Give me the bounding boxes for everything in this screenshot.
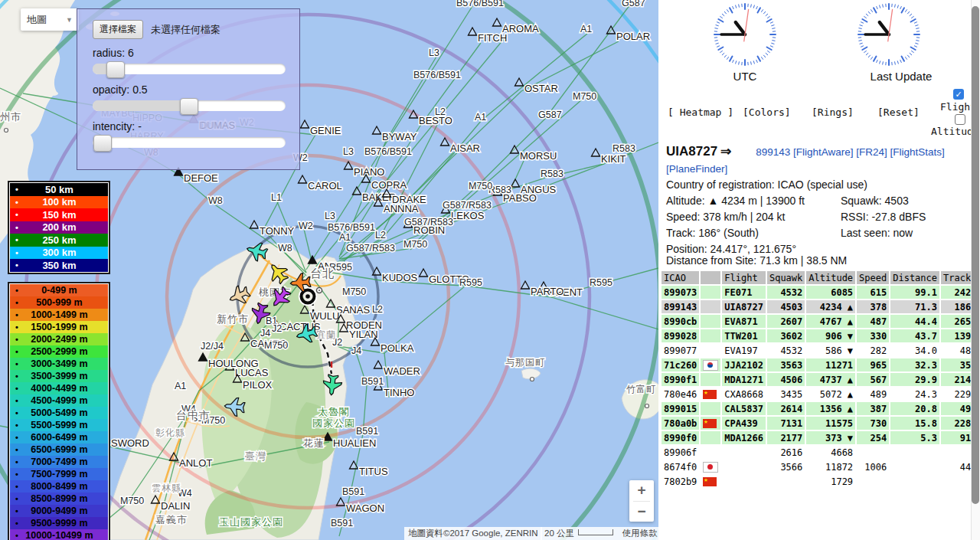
waypoint-b591: B591 bbox=[356, 426, 378, 437]
table-row-780a0b[interactable]: 780a0bCPA43971311157573015.8228996 bbox=[662, 417, 980, 430]
rings-button[interactable]: [Rings] bbox=[812, 106, 854, 118]
legend-row: •5500-5999 m bbox=[10, 419, 108, 431]
table-cell: 1006 bbox=[857, 460, 889, 473]
table-cell: 4532 bbox=[767, 286, 805, 299]
waypoint-label: SANAS bbox=[336, 304, 370, 316]
clock-tick bbox=[895, 5, 896, 7]
zoom-in-button[interactable]: + bbox=[629, 480, 654, 501]
flight-external-links[interactable]: 899143 [FlightAware] [FR24] [FlightStats… bbox=[756, 146, 945, 158]
legend-row: •0-499 m bbox=[10, 284, 108, 296]
table-row-899077[interactable]: 899077EVA1974532586 ▼28234.0481356 bbox=[662, 344, 980, 357]
clock-tick bbox=[756, 60, 757, 62]
route-label: L3 bbox=[325, 211, 335, 221]
reset-button[interactable]: [Reset] bbox=[877, 106, 920, 118]
waypoint-label: WAGON bbox=[346, 502, 384, 514]
clock-hand bbox=[744, 9, 749, 41]
route-label: B591 bbox=[361, 376, 384, 387]
route-label: M750 bbox=[264, 340, 288, 351]
choose-file-button[interactable]: 選擇檔案 bbox=[93, 20, 143, 39]
table-cell bbox=[701, 315, 720, 328]
heatmap-button[interactable]: [ Heatmap ] bbox=[668, 106, 733, 118]
clock-tick bbox=[739, 62, 740, 64]
table-cell: 8674f0 bbox=[662, 460, 699, 473]
table-row-899015[interactable]: 899015CAL583726141356 ▲38720.84941 bbox=[662, 402, 980, 415]
table-header-squawk[interactable]: Squawk bbox=[767, 271, 805, 284]
city-dot bbox=[5, 129, 8, 133]
legend-row: •10000-10499 m bbox=[10, 529, 108, 540]
table-header-altitude[interactable]: Altitude bbox=[806, 271, 855, 284]
opacity-slider[interactable] bbox=[93, 100, 286, 111]
clock-tick bbox=[717, 46, 719, 47]
intensity-slider-thumb[interactable] bbox=[93, 135, 112, 152]
table-row-899028[interactable]: 899028TTW2013602906 ▼33043.7139950 bbox=[662, 329, 980, 342]
terms-link[interactable]: 使用條款 bbox=[617, 527, 662, 540]
clock-tick bbox=[736, 61, 737, 64]
waypoint-label: TONNY bbox=[260, 225, 295, 237]
colors-button[interactable]: [Colors] bbox=[743, 106, 791, 118]
waypoint-label: SWORD bbox=[111, 437, 149, 449]
intensity-slider[interactable] bbox=[93, 137, 286, 148]
clock-tick bbox=[883, 62, 884, 64]
route-label: R595 bbox=[459, 277, 482, 288]
speed-value: Speed: 378 km/h | 204 kt bbox=[666, 211, 785, 223]
radius-slider[interactable] bbox=[93, 64, 286, 74]
route-label: B576/B591 bbox=[413, 70, 461, 80]
clock-tick bbox=[716, 43, 718, 44]
table-row-71c260[interactable]: 71c260JJA210235631127196532.335569 bbox=[662, 358, 980, 371]
table-cell: 265 bbox=[941, 315, 973, 328]
table-header-flight[interactable]: Flight bbox=[722, 271, 766, 284]
table-row-780e46[interactable]: 780e46CXA866834355072 ▲48924.322959 bbox=[662, 388, 980, 401]
table-row-899143[interactable]: 899143UIA872745034234 ▲37871.31862452 bbox=[662, 300, 980, 313]
waypoint-label: DEFOE bbox=[184, 172, 218, 184]
table-row-89906f[interactable]: 89906f26164668521 bbox=[662, 446, 980, 459]
panel-scrollbar-thumb[interactable] bbox=[972, 6, 979, 504]
route-label: J4 bbox=[260, 328, 270, 339]
table-row-8990f0[interactable]: 8990f0MDA12662177373 ▼2545.391564 bbox=[662, 431, 980, 444]
waypoint-w2: W2 bbox=[299, 221, 313, 231]
flight-checkbox[interactable]: ✓ bbox=[953, 89, 964, 100]
arrow-icon: ⇒ bbox=[720, 144, 731, 159]
planefinder-link[interactable]: [PlaneFinder] bbox=[666, 162, 727, 175]
waypoint-marker bbox=[469, 28, 477, 35]
table-cell: 32.3 bbox=[890, 358, 939, 371]
map-type-label: 地圖 bbox=[27, 13, 47, 27]
waypoint-carol: CAROL bbox=[299, 175, 342, 191]
table-header-icao[interactable]: ICAO bbox=[662, 271, 699, 284]
table-row-8990cb[interactable]: 8990cbEVA87126074767 ▲48744.4265285 bbox=[662, 315, 980, 328]
legend-row: •1500-1999 m bbox=[10, 321, 108, 333]
table-header-track[interactable]: Track bbox=[941, 271, 973, 284]
table-header-flag[interactable] bbox=[701, 271, 720, 284]
waypoint-w8: W8 bbox=[208, 195, 223, 206]
table-cell: 44 bbox=[941, 460, 973, 473]
route-label: A1 bbox=[339, 232, 351, 243]
clock-tick bbox=[772, 43, 774, 44]
table-cell: 615 bbox=[857, 286, 889, 299]
table-cell: 282 bbox=[857, 344, 889, 357]
table-row-899073[interactable]: 899073FE0714532608561599.12423435 bbox=[662, 286, 980, 299]
clock-tick bbox=[912, 16, 914, 18]
clock-tick bbox=[866, 14, 868, 15]
zoom-out-button[interactable]: − bbox=[629, 502, 654, 522]
map-type-selector[interactable]: 地圖 ▼ bbox=[21, 8, 79, 31]
table-row-8990f1[interactable]: 8990f1MDA127145064737 ▲56729.92141824 bbox=[662, 373, 980, 386]
table-header-speed[interactable]: Speed bbox=[857, 271, 889, 284]
route-label: G587 bbox=[538, 110, 562, 120]
clock-tick bbox=[900, 60, 901, 62]
table-cell: 3435 bbox=[767, 388, 805, 401]
radius-slider-thumb[interactable] bbox=[106, 61, 125, 78]
position-value: Position: 24.417°, 121.675° bbox=[666, 243, 796, 255]
waypoint-aisar: AISAR bbox=[441, 138, 481, 154]
table-row-8674f0[interactable]: 8674f035661187210064414 bbox=[662, 460, 980, 473]
waypoint-r583: R583 bbox=[541, 169, 564, 179]
waypoint-defoe: DEFOE bbox=[175, 168, 219, 184]
table-cell bbox=[941, 475, 973, 488]
route-label: G587 bbox=[622, 0, 645, 8]
opacity-slider-thumb[interactable] bbox=[180, 98, 198, 115]
altitude-checkbox[interactable] bbox=[955, 114, 965, 125]
clock-tick bbox=[859, 28, 861, 29]
scale-bar bbox=[578, 529, 613, 535]
route-label: L3 bbox=[429, 47, 439, 58]
table-row-7802b9[interactable]: 7802b9172927 bbox=[662, 475, 980, 488]
clock-tick bbox=[860, 43, 862, 44]
table-header-distance[interactable]: Distance bbox=[890, 271, 939, 284]
